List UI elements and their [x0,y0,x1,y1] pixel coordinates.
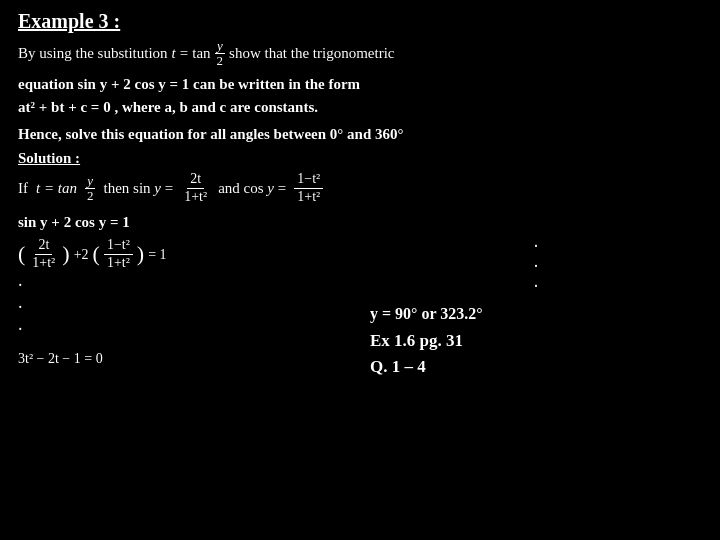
sub-sin-numer: 2t [35,237,52,255]
rdot-2: · [370,257,702,275]
equation-line2: at² + bt + c = 0 , where a, b and c are … [18,96,702,119]
if-row: If t = tan y 2 then sin y = 2t 1+t² and … [18,171,702,206]
sub-cos-denom: 1+t² [104,255,133,272]
sub-cos-numer: 1−t² [104,237,133,255]
dot-1: · [18,276,350,294]
t-equals: t [172,45,176,62]
y-over-2-fraction: y 2 [215,39,226,69]
y2-frac: y 2 [85,174,96,204]
and-cos: and cos y = [218,180,286,197]
substituted-eq: ( 2t 1+t² ) +2 ( 1−t² 1+t² ) = 1 [18,237,350,272]
sin-fraction: 2t 1+t² [181,171,210,206]
result-line: y = 90° or 323.2° [370,305,702,323]
by-using-row: By using the substitution t = tan y 2 sh… [18,39,702,69]
result-text: y = 90° or 323.2° [370,305,483,322]
y-numer: y [215,39,225,54]
y2-denom: 2 [85,189,96,203]
step-area: ( 2t 1+t² ) +2 ( 1−t² 1+t² ) = 1 · [18,237,702,377]
rdot-icon-1: · [534,237,539,255]
cubic-eq-text: 3t² − 2t − 1 = 0 [18,348,103,369]
solution-title: Solution : [18,150,702,167]
dot-icon-3: · [18,320,23,338]
by-using-text: By using the substitution [18,45,168,62]
sin-denom: 1+t² [181,189,210,206]
page-container: Example 3 : By using the substitution t … [18,10,702,377]
sin-numer: 2t [187,171,204,189]
sub-sin-frac: 2t 1+t² [29,237,58,272]
cubic-equation: 3t² − 2t − 1 = 0 [18,348,350,369]
then-sin: then sin y = [103,180,173,197]
open-paren-1: ( [18,243,25,265]
dot-2: · [18,298,350,316]
ex-label: Ex 1.6 pg. 31 [370,331,463,350]
q-line: Q. 1 – 4 [370,357,702,377]
dot-3: · [18,320,350,338]
y-denom: 2 [215,54,226,68]
sub-cos-frac: 1−t² 1+t² [104,237,133,272]
eq-1: = 1 [148,244,166,265]
example-title: Example 3 : [18,10,702,33]
ex-line: Ex 1.6 pg. 31 [370,331,702,351]
equation-line1: equation sin y + 2 cos y = 1 can be writ… [18,73,702,96]
sin-cos-equation: sin y + 2 cos y = 1 [18,214,702,231]
rdot-icon-3: · [534,277,539,295]
show-text: show that the trigonometric [229,45,394,62]
hence-line: Hence, solve this equation for all angle… [18,123,702,146]
open-paren-2: ( [93,243,100,265]
equals-sign: = [180,45,188,62]
t-eq-tan: t = tan [36,180,77,197]
close-paren-1: ) [62,243,69,265]
dot-icon-2: · [18,298,23,316]
rdot-1: · [370,237,702,255]
plus-2: +2 [74,244,89,265]
cos-numer: 1−t² [294,171,323,189]
if-text: If [18,180,28,197]
cos-denom: 1+t² [294,189,323,206]
right-steps: · · · y = 90° or 323.2° Ex 1.6 pg. 31 Q.… [370,237,702,377]
close-paren-2: ) [137,243,144,265]
sub-sin-denom: 1+t² [29,255,58,272]
rdot-3: · [370,277,702,295]
left-steps: ( 2t 1+t² ) +2 ( 1−t² 1+t² ) = 1 · [18,237,350,377]
tan-text: tan [192,45,210,62]
cos-fraction: 1−t² 1+t² [294,171,323,206]
rdot-icon-2: · [534,257,539,275]
q-label: Q. 1 – 4 [370,357,426,376]
y2-numer: y [85,174,95,189]
dot-icon-1: · [18,276,23,294]
